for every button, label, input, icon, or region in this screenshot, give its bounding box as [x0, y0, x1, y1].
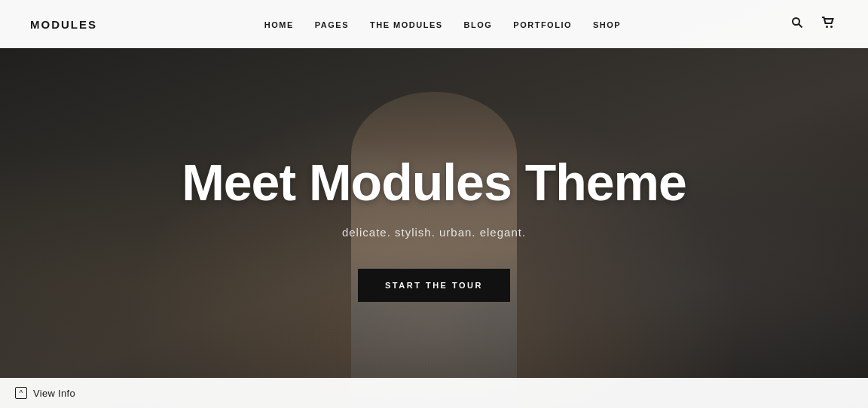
cart-button[interactable]	[818, 14, 838, 35]
hero-title: Meet Modules Theme	[182, 154, 686, 211]
nav-icon-group	[788, 14, 838, 35]
nav-the-modules[interactable]: THE MODULES	[370, 20, 443, 29]
view-info-bar: ^ View Info	[0, 378, 868, 408]
view-info-label: View Info	[33, 388, 75, 399]
svg-point-2	[826, 26, 828, 28]
nav-home[interactable]: HOME	[264, 20, 294, 29]
svg-point-3	[830, 26, 833, 28]
svg-point-0	[793, 18, 799, 25]
nav-portfolio[interactable]: PORTFOLIO	[513, 20, 572, 29]
view-info-button[interactable]: ^ View Info	[15, 387, 75, 399]
hero-subtitle: delicate. stylish. urban. elegant.	[342, 226, 526, 239]
nav-pages[interactable]: PAGES	[315, 20, 349, 29]
svg-line-1	[799, 24, 802, 28]
hero-section: MODULES HOME PAGES THE MODULES BLOG PORT…	[0, 0, 868, 408]
cart-icon	[821, 17, 835, 29]
site-logo[interactable]: MODULES	[30, 18, 97, 31]
nav-blog[interactable]: BLOG	[464, 20, 493, 29]
chevron-up-icon: ^	[15, 387, 27, 399]
navbar: MODULES HOME PAGES THE MODULES BLOG PORT…	[0, 0, 868, 48]
hero-content: Meet Modules Theme delicate. stylish. ur…	[0, 0, 868, 408]
nav-shop[interactable]: SHOP	[593, 20, 621, 29]
search-button[interactable]	[788, 14, 806, 35]
search-icon	[791, 17, 803, 29]
nav-links: HOME PAGES THE MODULES BLOG PORTFOLIO SH…	[264, 17, 621, 31]
start-tour-button[interactable]: START THE TOUR	[358, 269, 510, 302]
